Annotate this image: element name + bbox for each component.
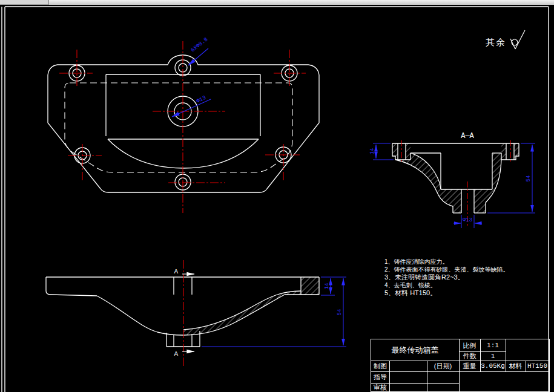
section-title: A—A: [461, 132, 474, 140]
cut-label-top: A: [174, 268, 178, 275]
section-dim-hole: Φ13: [463, 217, 472, 223]
section-dim-14: 14: [369, 148, 375, 155]
cad-canvas[interactable]: 6XΦ8.8 Φ13: [0, 0, 554, 392]
center-hole-dimension: Φ13: [196, 95, 207, 105]
side-dim-54: 54: [337, 309, 343, 316]
note-line: 3、未注明铸造圆角R2~3。: [384, 273, 509, 281]
drafter-label: 制图: [371, 361, 389, 371]
note-line: 5、材料 HT150。: [384, 289, 509, 297]
weight-label: 重量: [459, 361, 480, 371]
surface-roughness-icon: [510, 30, 525, 49]
qty-value: 1: [480, 351, 506, 361]
supervisor-label: 指导: [371, 371, 389, 383]
side-outline: [46, 277, 319, 347]
cut-plane-arrows: [182, 274, 194, 351]
material-value: HT150: [526, 361, 549, 371]
scale-label: 比例: [459, 339, 480, 351]
part-name: 最终传动箱盖: [371, 339, 459, 361]
side-view: A A 14 54: [46, 260, 346, 367]
weight-value: 3.05Kg: [480, 361, 506, 371]
title-block: 最终传动箱盖 比例 1:1 件数 1 制图 (日期) 重量 3.05Kg 材料 …: [371, 339, 550, 392]
material-label: 材料: [506, 361, 526, 371]
section-hatch: [392, 143, 519, 213]
cut-label-bottom: A: [174, 350, 178, 358]
note-line: 2、铸件表面不得有砂眼、夹渣、裂纹等缺陷。: [384, 266, 509, 273]
reviewer-label: 审核: [371, 383, 389, 391]
technical-notes: 1、铸件应消除内应力。 2、铸件表面不得有砂眼、夹渣、裂纹等缺陷。 3、未注明铸…: [384, 258, 509, 297]
scale-value: 1:1: [480, 339, 506, 351]
qty-label: 件数: [459, 351, 480, 361]
note-line: 4、去毛刺、锐棱。: [384, 281, 509, 289]
side-dim-14: 14: [324, 283, 330, 290]
bolt-holes-dimension: 6XΦ8.8: [190, 37, 209, 54]
surface-finish-label: 其余: [486, 37, 506, 48]
section-dim-54: 54: [526, 175, 532, 182]
note-line: 1、铸件应消除内应力。: [384, 258, 509, 266]
drawing-sheet: 6XΦ8.8 Φ13: [0, 0, 554, 392]
top-view: 6XΦ8.8 Φ13: [48, 37, 319, 213]
top-view-centerlines: [59, 41, 306, 213]
date-label: (日期): [427, 361, 459, 371]
section-view: A—A 14 54 Φ13: [369, 132, 535, 228]
